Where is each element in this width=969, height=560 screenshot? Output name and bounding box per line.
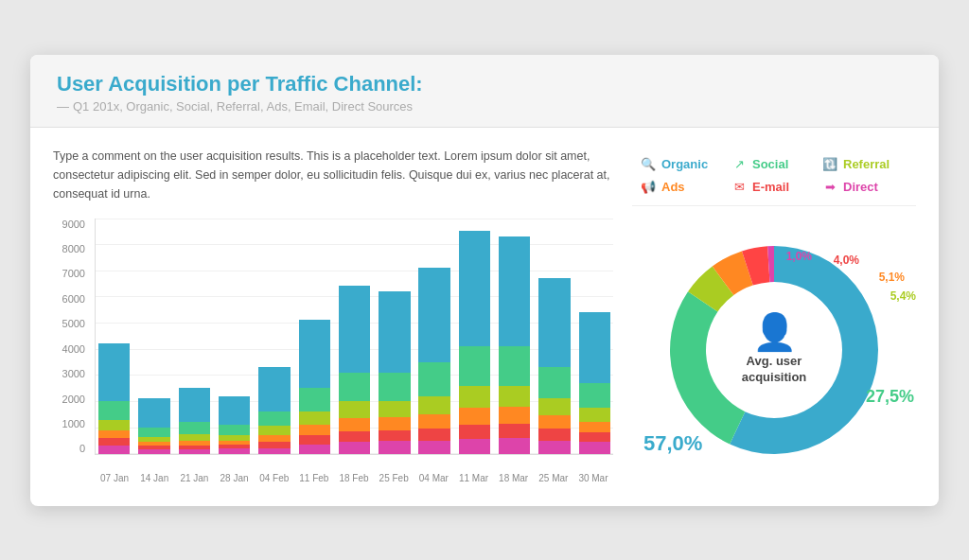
bar-segment-referral xyxy=(418,396,449,414)
donut-label-referral: 5,4% xyxy=(890,289,916,303)
legend-item-ads[interactable]: 📢Ads xyxy=(640,179,727,196)
bar-stack xyxy=(496,236,533,454)
bar-segment-social xyxy=(258,411,290,426)
x-axis-label: 25 Feb xyxy=(374,473,414,483)
bar-stack xyxy=(96,343,132,453)
x-axis-label: 11 Feb xyxy=(294,473,334,483)
bar-segment-social xyxy=(459,346,490,385)
bar-group xyxy=(576,219,613,454)
bar-segment-email xyxy=(299,435,330,445)
referral-icon: 🔃 xyxy=(821,156,838,173)
bar-segment-referral xyxy=(339,401,370,418)
bar-segment-email xyxy=(418,429,449,440)
bar-segment-organic xyxy=(299,320,330,388)
bar-segment-referral xyxy=(299,411,330,425)
y-axis-label: 2000 xyxy=(62,394,85,405)
bar-group xyxy=(416,219,453,454)
x-axis-label: 18 Mar xyxy=(494,473,534,483)
bar-segment-social xyxy=(538,367,570,398)
bar-segment-ads xyxy=(499,407,530,424)
bar-chart: 9000800070006000500040003000200010000 07… xyxy=(53,219,613,483)
bar-group xyxy=(255,219,292,454)
bar-group xyxy=(376,219,413,454)
bar-segment-ads xyxy=(379,417,410,430)
y-axis-label: 8000 xyxy=(62,243,85,254)
bar-segment-ads xyxy=(258,435,290,442)
bar-segment-direct xyxy=(299,445,330,454)
bar-segment-direct xyxy=(499,438,530,454)
bar-segment-email xyxy=(538,429,570,440)
y-axis-label: 0 xyxy=(79,443,85,454)
comment-text: Type a comment on the user acquisition r… xyxy=(53,147,613,203)
bar-group xyxy=(296,219,333,454)
bar-segment-direct xyxy=(219,448,250,454)
legend-item-referral[interactable]: 🔃Referral xyxy=(821,156,908,173)
bar-segment-ads xyxy=(299,425,330,435)
legend-label-email: E-mail xyxy=(752,180,789,194)
bar-segment-direct xyxy=(98,446,130,453)
bar-segment-direct xyxy=(418,441,449,454)
bar-stack xyxy=(176,388,213,453)
y-axis-label: 9000 xyxy=(62,219,85,230)
bar-group xyxy=(176,219,213,454)
bar-segment-referral xyxy=(258,426,290,435)
legend-label-organic: Organic xyxy=(661,157,708,171)
bar-segment-email xyxy=(459,425,490,439)
legend-item-organic[interactable]: 🔍Organic xyxy=(640,156,727,173)
bars-container xyxy=(95,219,613,455)
y-axis-label: 6000 xyxy=(62,293,85,305)
direct-icon: ➡ xyxy=(821,179,838,196)
bar-segment-email xyxy=(579,432,610,442)
bar-segment-referral xyxy=(179,434,210,441)
social-icon: ↗ xyxy=(731,156,748,173)
bar-segment-direct xyxy=(379,441,410,454)
donut-wrapper: 👤 Avg. useracquisition 57,0%27,5%5,4%5,1… xyxy=(632,218,916,483)
bar-segment-referral xyxy=(98,420,130,430)
bar-segment-social xyxy=(499,346,530,385)
bar-group xyxy=(456,219,493,454)
bar-segment-direct xyxy=(258,448,290,454)
x-axis-label: 21 Jan xyxy=(174,473,214,483)
bar-segment-email xyxy=(98,438,130,446)
legend: 🔍Organic↗Social🔃Referral📢Ads✉E-mail➡Dire… xyxy=(632,147,916,206)
bar-segment-email xyxy=(258,442,290,448)
x-axis-label: 25 Mar xyxy=(534,473,573,483)
card-body: Type a comment on the user acquisition r… xyxy=(30,128,939,506)
donut-label-direct: 1,0% xyxy=(786,250,812,263)
bar-segment-social xyxy=(339,373,370,401)
donut-center: 👤 Avg. useracquisition xyxy=(742,314,807,386)
bar-segment-organic xyxy=(459,231,490,346)
bar-segment-referral xyxy=(499,386,530,407)
donut-label-organic: 57,0% xyxy=(643,431,702,456)
legend-label-direct: Direct xyxy=(843,180,878,194)
x-axis: 07 Jan14 Jan21 Jan28 Jan04 Feb11 Feb18 F… xyxy=(95,457,613,483)
bar-segment-organic xyxy=(379,291,410,373)
y-axis-label: 3000 xyxy=(62,368,85,379)
bar-segment-ads xyxy=(538,415,570,429)
bar-segment-social xyxy=(579,383,610,408)
x-axis-label: 28 Jan xyxy=(214,473,254,483)
bar-segment-ads xyxy=(339,418,370,431)
x-axis-label: 14 Jan xyxy=(134,473,174,483)
donut-center-text: Avg. useracquisition xyxy=(742,354,807,386)
bar-segment-organic xyxy=(258,367,290,411)
bar-segment-organic xyxy=(579,312,610,383)
donut-label-email: 4,0% xyxy=(834,254,859,267)
bar-segment-referral xyxy=(538,398,570,415)
ads-icon: 📢 xyxy=(640,179,657,196)
bar-segment-organic xyxy=(219,396,250,425)
card-header: User Acquisition per Traffic Channel: —Q… xyxy=(30,55,939,128)
bar-segment-organic xyxy=(418,268,449,362)
legend-item-email[interactable]: ✉E-mail xyxy=(731,179,818,196)
bar-segment-referral xyxy=(579,408,610,422)
legend-item-social[interactable]: ↗Social xyxy=(731,156,818,173)
legend-item-direct[interactable]: ➡Direct xyxy=(821,179,908,196)
bar-stack xyxy=(135,398,172,453)
main-card: User Acquisition per Traffic Channel: —Q… xyxy=(30,55,939,506)
y-axis-label: 1000 xyxy=(62,418,85,429)
donut-chart: 👤 Avg. useracquisition 57,0%27,5%5,4%5,1… xyxy=(661,236,888,464)
bar-group xyxy=(216,219,253,454)
organic-icon: 🔍 xyxy=(640,156,657,173)
bar-segment-social xyxy=(138,428,169,437)
bar-segment-social xyxy=(98,401,130,419)
